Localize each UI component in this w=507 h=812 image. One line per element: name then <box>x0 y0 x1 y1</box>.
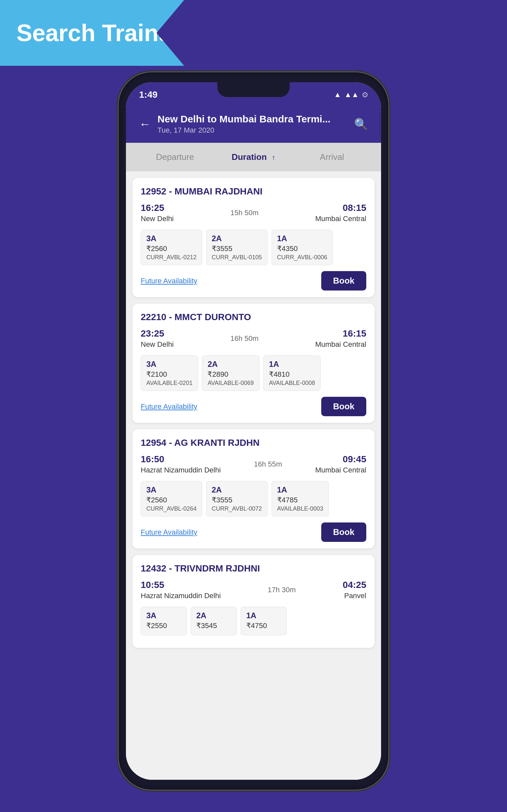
departure-info-3: 10:55 Hazrat Nizamuddin Delhi <box>141 580 221 600</box>
phone-wrapper: 1:49 ▲ ▲▲ ⊙ ← New Delhi to Mumbai Bandra… <box>119 72 388 790</box>
card-footer-0: Future Availability Book <box>141 271 366 291</box>
duration-0: 15h 50m <box>230 209 259 217</box>
sort-tab-departure[interactable]: Departure <box>136 149 214 165</box>
duration-2: 16h 55m <box>254 460 282 468</box>
class-box-1a-0[interactable]: 1A ₹4350 CURR_AVBL-0006 <box>272 230 333 265</box>
card-footer-2: Future Availability Book <box>141 522 366 542</box>
class-box-2a-3[interactable]: 2A ₹3545 <box>191 607 237 635</box>
class-boxes-1: 3A ₹2100 AVAILABLE-0201 2A ₹2890 AVAILAB… <box>141 355 366 391</box>
train-name-0: 12952 - MUMBAI RAJDHANI <box>141 186 366 197</box>
duration-3: 17h 30m <box>268 586 296 594</box>
sort-tab-duration[interactable]: Duration ↑ <box>214 149 293 165</box>
trains-list: 12952 - MUMBAI RAJDHANI 16:25 New Delhi … <box>126 171 381 780</box>
class-box-1a-1[interactable]: 1A ₹4810 AVAILABLE-0008 <box>263 355 321 391</box>
card-footer-1: Future Availability Book <box>141 397 366 416</box>
header-date: Tue, 17 Mar 2020 <box>158 126 347 135</box>
book-button-1[interactable]: Book <box>321 397 366 416</box>
class-box-2a-0[interactable]: 2A ₹3555 CURR_AVBL-0105 <box>206 230 268 265</box>
train-name-2: 12954 - AG KRANTI RJDHN <box>141 438 366 448</box>
status-time: 1:49 <box>139 90 158 100</box>
class-box-3a-3[interactable]: 3A ₹2550 <box>141 607 187 635</box>
phone-screen: 1:49 ▲ ▲▲ ⊙ ← New Delhi to Mumbai Bandra… <box>126 82 381 780</box>
class-boxes-3: 3A ₹2550 2A ₹3545 1A ₹4750 <box>141 607 366 635</box>
train-card-2: 12954 - AG KRANTI RJDHN 16:50 Hazrat Niz… <box>132 429 375 549</box>
future-availability-link-2[interactable]: Future Availability <box>141 528 197 537</box>
app-header: ← New Delhi to Mumbai Bandra Termi... Tu… <box>126 107 381 143</box>
class-boxes-0: 3A ₹2560 CURR_AVBL-0212 2A ₹3555 CURR_AV… <box>141 230 366 265</box>
phone-notch <box>217 82 290 97</box>
train-route-3: 10:55 Hazrat Nizamuddin Delhi 17h 30m 04… <box>141 580 366 600</box>
battery-icon: ⊙ <box>362 91 368 99</box>
sort-arrow-icon: ↑ <box>272 153 276 161</box>
book-button-2[interactable]: Book <box>321 522 366 542</box>
arrival-info-0: 08:15 Mumbai Central <box>315 203 366 223</box>
back-button[interactable]: ← <box>139 117 151 131</box>
train-card-1: 22210 - MMCT DURONTO 23:25 New Delhi 16h… <box>132 304 375 423</box>
class-box-2a-1[interactable]: 2A ₹2890 AVAILABLE-0069 <box>202 355 259 391</box>
phone-body: 1:49 ▲ ▲▲ ⊙ ← New Delhi to Mumbai Bandra… <box>119 72 388 790</box>
train-name-3: 12432 - TRIVNDRM RJDHNI <box>141 563 366 574</box>
train-route-2: 16:50 Hazrat Nizamuddin Delhi 16h 55m 09… <box>141 454 366 474</box>
departure-info-1: 23:25 New Delhi <box>141 328 174 349</box>
header-title: New Delhi to Mumbai Bandra Termi... <box>158 113 347 125</box>
arrival-info-2: 09:45 Mumbai Central <box>315 454 366 474</box>
class-box-1a-2[interactable]: 1A ₹4785 AVAILABLE-0003 <box>272 481 329 516</box>
wifi-icon: ▲ <box>334 91 341 99</box>
departure-info-2: 16:50 Hazrat Nizamuddin Delhi <box>141 454 221 474</box>
train-name-1: 22210 - MMCT DURONTO <box>141 312 366 322</box>
future-availability-link-0[interactable]: Future Availability <box>141 277 197 285</box>
train-route-1: 23:25 New Delhi 16h 50m 16:15 Mumbai Cen… <box>141 328 366 349</box>
future-availability-link-1[interactable]: Future Availability <box>141 402 197 411</box>
search-button[interactable]: 🔍 <box>354 117 368 131</box>
arrival-info-3: 04:25 Panvel <box>343 580 366 600</box>
class-boxes-2: 3A ₹2560 CURR_AVBL-0264 2A ₹3555 CURR_AV… <box>141 481 366 516</box>
class-box-2a-2[interactable]: 2A ₹3555 CURR_AVBL-0072 <box>206 481 268 516</box>
train-card-3: 12432 - TRIVNDRM RJDHNI 10:55 Hazrat Niz… <box>132 555 375 648</box>
banner: Search Trains <box>0 0 184 66</box>
departure-info-0: 16:25 New Delhi <box>141 203 174 223</box>
class-box-3a-0[interactable]: 3A ₹2560 CURR_AVBL-0212 <box>141 230 202 265</box>
class-box-1a-3[interactable]: 1A ₹4750 <box>241 607 287 635</box>
class-box-3a-1[interactable]: 3A ₹2100 AVAILABLE-0201 <box>141 355 198 391</box>
banner-title: Search Trains <box>16 19 172 46</box>
arrival-info-1: 16:15 Mumbai Central <box>315 328 366 349</box>
signal-icon: ▲▲ <box>344 91 359 99</box>
header-text: New Delhi to Mumbai Bandra Termi... Tue,… <box>158 113 347 135</box>
book-button-0[interactable]: Book <box>321 271 366 291</box>
sort-tab-arrival[interactable]: Arrival <box>293 149 371 165</box>
duration-1: 16h 50m <box>230 334 259 343</box>
sort-bar: Departure Duration ↑ Arrival <box>126 143 381 171</box>
train-card-0: 12952 - MUMBAI RAJDHANI 16:25 New Delhi … <box>132 178 375 297</box>
status-icons: ▲ ▲▲ ⊙ <box>334 91 368 99</box>
train-route-0: 16:25 New Delhi 15h 50m 08:15 Mumbai Cen… <box>141 203 366 223</box>
class-box-3a-2[interactable]: 3A ₹2560 CURR_AVBL-0264 <box>141 481 202 516</box>
